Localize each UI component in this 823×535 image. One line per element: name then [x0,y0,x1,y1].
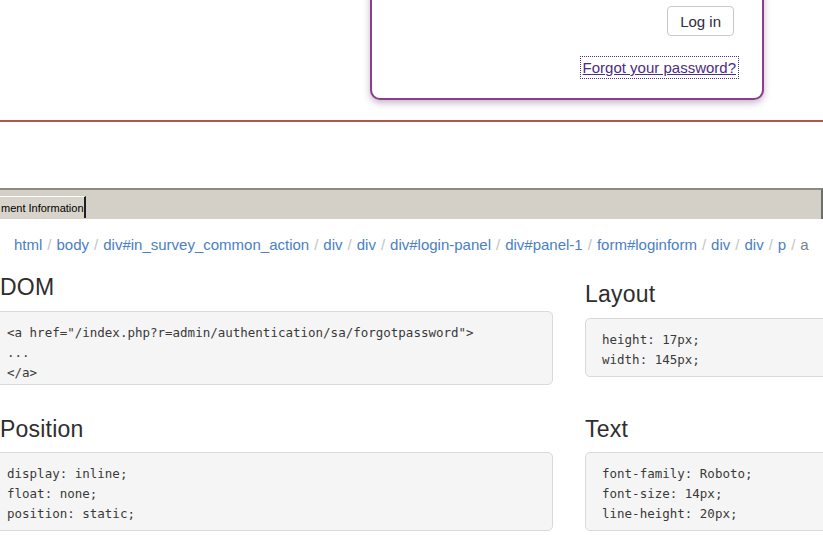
breadcrumb-separator: / [491,236,505,253]
breadcrumb-item[interactable]: div [323,236,342,253]
page-divider-line [0,120,823,122]
section-title-position: Position [0,416,83,443]
breadcrumb-separator: / [786,236,800,253]
dom-code-box: <a href="/index.php?r=admin/authenticati… [0,311,553,385]
section-title-layout: Layout [585,281,655,308]
breadcrumb-item[interactable]: div#panel-1 [505,236,583,253]
section-title-text: Text [585,416,628,443]
breadcrumb-separator: / [42,236,56,253]
text-code-box: font-family: Roboto; font-size: 14px; li… [585,452,823,531]
breadcrumb-item[interactable]: div [357,236,376,253]
breadcrumb-item[interactable]: form#loginform [597,236,697,253]
breadcrumb-item[interactable]: div#in_survey_common_action [103,236,309,253]
breadcrumb-item[interactable]: div [744,236,763,253]
breadcrumb-separator: / [343,236,357,253]
breadcrumb-separator: / [309,236,323,253]
breadcrumb-separator: / [764,236,778,253]
breadcrumb-separator: / [697,236,711,253]
breadcrumb-item[interactable]: p [778,236,786,253]
breadcrumb-item[interactable]: div [711,236,730,253]
breadcrumb-separator: / [89,236,103,253]
breadcrumb-separator: / [583,236,597,253]
breadcrumb-item: a [800,236,808,253]
page: Log in Forgot your password? ment Inform… [0,0,823,535]
tab-element-information[interactable]: ment Information [0,196,86,218]
breadcrumb-separator: / [376,236,390,253]
layout-code-box: height: 17px; width: 145px; [585,318,823,377]
breadcrumb: html/body/div#in_survey_common_action/di… [14,236,809,253]
inspector-tab-bar: ment Information [0,188,823,219]
breadcrumb-item[interactable]: html [14,236,42,253]
position-code-box: display: inline; float: none; position: … [0,452,553,531]
login-panel: Log in Forgot your password? [370,0,764,100]
forgot-password-link[interactable]: Forgot your password? [583,59,736,76]
inspector-content: html/body/div#in_survey_common_action/di… [0,219,823,535]
breadcrumb-item[interactable]: div#login-panel [390,236,491,253]
breadcrumb-separator: / [730,236,744,253]
login-button[interactable]: Log in [667,6,734,36]
breadcrumb-item[interactable]: body [57,236,90,253]
section-title-dom: DOM [0,274,54,301]
